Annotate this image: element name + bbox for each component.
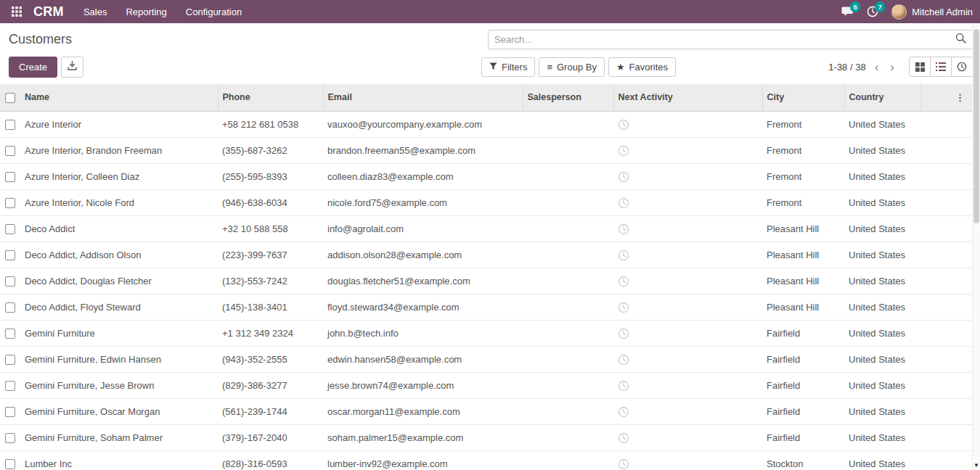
cell-city[interactable]: Fairfield xyxy=(762,425,844,451)
cell-city[interactable]: Fremont xyxy=(762,112,844,138)
cell-name[interactable]: Gemini Furniture, Soham Palmer xyxy=(20,425,218,451)
cell-next-activity[interactable] xyxy=(613,268,762,294)
cell-phone[interactable]: (561)-239-1744 xyxy=(218,399,323,425)
filters-button[interactable]: Filters xyxy=(481,57,535,78)
row-checkbox-cell[interactable] xyxy=(0,347,20,373)
cell-phone[interactable]: (145)-138-3401 xyxy=(218,294,323,321)
row-checkbox-cell[interactable] xyxy=(0,164,20,190)
cell-salesperson[interactable] xyxy=(523,294,613,321)
table-row[interactable]: Gemini Furniture, Soham Palmer(379)-167-… xyxy=(0,425,972,451)
list-view-button[interactable] xyxy=(930,57,952,77)
cell-country[interactable]: United States xyxy=(844,216,920,242)
cell-city[interactable]: Fairfield xyxy=(762,347,844,373)
clock-icon[interactable] xyxy=(618,379,629,390)
cell-city[interactable]: Fremont xyxy=(762,138,844,164)
cell-phone[interactable]: (355)-687-3262 xyxy=(218,138,323,164)
cell-salesperson[interactable] xyxy=(523,451,613,470)
cell-country[interactable]: United States xyxy=(844,242,920,268)
cell-next-activity[interactable] xyxy=(613,373,762,399)
cell-email[interactable]: jesse.brown74@example.com xyxy=(323,373,523,399)
cell-email[interactable]: floyd.steward34@example.com xyxy=(323,294,523,321)
cell-phone[interactable]: (379)-167-2040 xyxy=(218,425,323,451)
cell-phone[interactable]: (946)-638-6034 xyxy=(218,190,323,216)
cell-city[interactable]: Fairfield xyxy=(762,399,844,425)
select-all-cell[interactable] xyxy=(0,84,20,112)
user-menu[interactable]: Mitchell Admin xyxy=(891,4,973,20)
scrollbar-thumb[interactable] xyxy=(973,29,979,223)
pager-next-button[interactable]: › xyxy=(884,61,900,73)
clock-icon[interactable] xyxy=(618,249,629,260)
select-all-checkbox[interactable] xyxy=(5,93,15,103)
table-row[interactable]: Deco Addict, Floyd Steward(145)-138-3401… xyxy=(0,294,972,321)
row-checkbox-cell[interactable] xyxy=(0,321,20,347)
cell-country[interactable]: United States xyxy=(844,112,920,138)
table-row[interactable]: Gemini Furniture+1 312 349 2324john.b@te… xyxy=(0,321,972,347)
search-input[interactable] xyxy=(494,34,955,45)
pager-previous-button[interactable]: ‹ xyxy=(869,61,885,73)
column-header-name[interactable]: Name xyxy=(20,84,218,112)
cell-email[interactable]: vauxoo@yourcompany.example.com xyxy=(323,112,523,138)
column-header-email[interactable]: Email xyxy=(323,84,523,112)
cell-name[interactable]: Azure Interior, Colleen Diaz xyxy=(20,164,218,190)
row-checkbox-cell[interactable] xyxy=(0,216,20,242)
cell-country[interactable]: United States xyxy=(844,138,920,164)
clock-icon[interactable] xyxy=(618,197,629,207)
cell-salesperson[interactable] xyxy=(523,190,613,216)
table-row[interactable]: Azure Interior, Brandon Freeman(355)-687… xyxy=(0,138,972,164)
cell-city[interactable]: Pleasant Hill xyxy=(762,294,844,321)
cell-country[interactable]: United States xyxy=(844,373,920,399)
cell-country[interactable]: United States xyxy=(844,347,920,373)
messages-icon[interactable]: 5 xyxy=(841,6,854,17)
cell-name[interactable]: Azure Interior xyxy=(20,112,218,138)
clock-icon[interactable] xyxy=(618,458,629,469)
menu-sales[interactable]: Sales xyxy=(74,0,117,23)
cell-name[interactable]: Gemini Furniture, Jesse Brown xyxy=(20,373,218,399)
clock-icon[interactable] xyxy=(618,118,629,129)
table-row[interactable]: Deco Addict+32 10 588 558info@agrolait.c… xyxy=(0,216,972,242)
cell-next-activity[interactable] xyxy=(613,242,762,268)
activities-icon[interactable]: 7 xyxy=(867,6,878,17)
cell-next-activity[interactable] xyxy=(613,294,762,321)
table-row[interactable]: Azure Interior, Nicole Ford(946)-638-603… xyxy=(0,190,972,216)
table-row[interactable]: Azure Interior, Colleen Diaz(255)-595-83… xyxy=(0,164,972,190)
cell-country[interactable]: United States xyxy=(844,164,920,190)
table-row[interactable]: Deco Addict, Douglas Fletcher(132)-553-7… xyxy=(0,268,972,294)
row-checkbox[interactable] xyxy=(5,198,15,208)
cell-next-activity[interactable] xyxy=(613,164,762,190)
row-checkbox-cell[interactable] xyxy=(0,294,20,321)
row-checkbox[interactable] xyxy=(5,355,15,365)
search-box[interactable] xyxy=(488,30,973,49)
cell-city[interactable]: Fremont xyxy=(762,190,844,216)
cell-salesperson[interactable] xyxy=(523,164,613,190)
cell-country[interactable]: United States xyxy=(844,451,920,470)
cell-phone[interactable]: +1 312 349 2324 xyxy=(218,321,323,347)
table-row[interactable]: Deco Addict, Addison Olson(223)-399-7637… xyxy=(0,242,972,268)
export-button[interactable] xyxy=(61,57,83,78)
cell-salesperson[interactable] xyxy=(523,242,613,268)
cell-salesperson[interactable] xyxy=(523,138,613,164)
cell-phone[interactable]: (829)-386-3277 xyxy=(218,373,323,399)
group-by-button[interactable]: ≡ Group By xyxy=(539,57,605,78)
cell-phone[interactable]: (255)-595-8393 xyxy=(218,164,323,190)
cell-phone[interactable]: +32 10 588 558 xyxy=(218,216,323,242)
cell-name[interactable]: Deco Addict, Addison Olson xyxy=(20,242,218,268)
cell-phone[interactable]: (132)-553-7242 xyxy=(218,268,323,294)
row-checkbox[interactable] xyxy=(5,250,15,260)
cell-phone[interactable]: (828)-316-0593 xyxy=(218,451,323,470)
row-checkbox[interactable] xyxy=(5,329,15,339)
cell-name[interactable]: Lumber Inc xyxy=(20,451,218,470)
clock-icon[interactable] xyxy=(618,353,629,364)
cell-country[interactable]: United States xyxy=(844,425,920,451)
cell-country[interactable]: United States xyxy=(844,190,920,216)
kanban-view-button[interactable] xyxy=(909,57,931,77)
row-checkbox[interactable] xyxy=(5,302,15,313)
row-checkbox[interactable] xyxy=(5,381,15,391)
cell-city[interactable]: Fairfield xyxy=(762,373,844,399)
search-icon[interactable] xyxy=(955,33,966,46)
clock-icon[interactable] xyxy=(618,144,629,155)
cell-next-activity[interactable] xyxy=(613,216,762,242)
cell-email[interactable]: john.b@tech.info xyxy=(323,321,523,347)
menu-configuration[interactable]: Configuration xyxy=(176,0,251,23)
cell-next-activity[interactable] xyxy=(613,425,762,451)
column-header-next-activity[interactable]: Next Activity xyxy=(613,84,762,112)
